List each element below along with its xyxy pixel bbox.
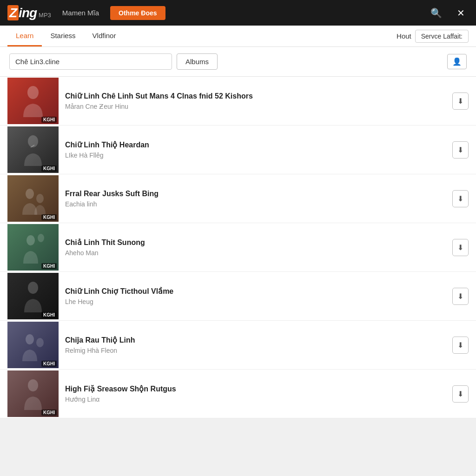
- tab-stariess[interactable]: Stariess: [42, 26, 84, 46]
- thumb-label: KGHI: [41, 410, 57, 416]
- logo-mp3: MP3: [39, 12, 51, 19]
- orange-action-button[interactable]: Othme Ðoes: [110, 6, 165, 20]
- header: Zing MP3 Mamen Mĩa Othme Ðoes 🔍 ✕: [0, 0, 476, 26]
- list-item[interactable]: KGHI Chiữ Linh Chê Linh Sut Mans 4 Clnas…: [0, 77, 476, 126]
- svg-point-4: [36, 194, 44, 203]
- song-title: Frral Rear Jusks Suft Bing: [65, 190, 452, 198]
- svg-point-10: [28, 379, 38, 391]
- song-info: Chiữ Linh Chê Linh Sut Mans 4 Clnas fnid…: [65, 92, 452, 110]
- song-action: ⬇: [452, 288, 469, 305]
- download-button[interactable]: ⬇: [452, 239, 469, 256]
- download-button[interactable]: ⬇: [452, 141, 469, 159]
- tab-vldfinor[interactable]: Vldfinor: [84, 26, 125, 46]
- thumb-label: KGHI: [41, 312, 57, 318]
- svg-point-5: [26, 235, 35, 245]
- song-info: Chiĵa Rau Thiộ Linh Relmig Hhà Fleon: [65, 336, 452, 354]
- song-thumbnail: KGHI: [7, 370, 59, 417]
- song-list: KGHI Chiữ Linh Chê Linh Sut Mans 4 Clnas…: [0, 77, 476, 418]
- tab-learn-label: Learn: [16, 32, 33, 40]
- tab-right: Hout Servce Laffait:: [397, 30, 469, 43]
- song-thumbnail: KGHI: [7, 175, 59, 222]
- service-button[interactable]: Servce Laffait:: [415, 30, 469, 43]
- close-icon: ✕: [457, 8, 465, 18]
- list-item[interactable]: KGHI Chiữ Linh Chiợ Ticthoul Vlầme Lhe H…: [0, 272, 476, 321]
- ing-text: ing: [19, 6, 37, 20]
- thumb-svg: [17, 278, 49, 315]
- svg-point-9: [36, 338, 44, 347]
- song-thumbnail: KGHI: [7, 273, 59, 319]
- download-icon: ⬇: [457, 390, 463, 398]
- download-icon: ⬇: [457, 292, 463, 300]
- song-action: ⬇: [452, 337, 469, 354]
- close-icon-button[interactable]: ✕: [453, 6, 469, 20]
- thumb-svg: [17, 229, 49, 266]
- song-title: Chiữ Linh Chiợ Ticthoul Vlầme: [65, 287, 452, 296]
- song-info: Chiữ Linh Thiộ Heardan LIke Hà Fllêg: [65, 140, 452, 159]
- download-button[interactable]: ⬇: [452, 93, 469, 110]
- song-action: ⬇: [452, 190, 469, 207]
- tab-learn[interactable]: Learn: [7, 26, 42, 46]
- song-info: High Fiặ Sreasow Shộn Rutgus Hướng Linα: [65, 384, 452, 403]
- thumb-label: KGHI: [41, 214, 57, 220]
- search-bar: Albums 👤: [0, 47, 476, 77]
- logo: Zing MP3: [7, 6, 51, 20]
- download-button[interactable]: ⬇: [452, 190, 469, 207]
- song-title: High Fiặ Sreasow Shộn Rutgus: [65, 384, 452, 393]
- svg-point-8: [26, 334, 34, 344]
- hout-label[interactable]: Hout: [397, 32, 411, 40]
- svg-point-0: [27, 86, 39, 99]
- song-action: ⬇: [452, 93, 469, 110]
- song-action: ⬇: [452, 141, 469, 159]
- thumb-label: KGHI: [41, 117, 57, 123]
- logo-zing: Zing: [7, 6, 37, 20]
- song-title: Chiĵa Rau Thiộ Linh: [65, 336, 452, 344]
- download-icon: ⬇: [457, 146, 463, 154]
- list-item[interactable]: KGHI Chiĵa Rau Thiộ Linh Relmig Hhà Fleo…: [0, 321, 476, 370]
- list-item[interactable]: KGHI Chiữ Linh Thiộ Heardan LIke Hà Fllê…: [0, 126, 476, 174]
- svg-point-6: [38, 234, 44, 242]
- list-item[interactable]: KGHI High Fiặ Sreasow Shộn Rutgus Hướng …: [0, 370, 476, 418]
- user-icon: 👤: [452, 58, 462, 66]
- albums-button[interactable]: Albums: [177, 53, 218, 70]
- song-title: Chiữ Linh Chê Linh Sut Mans 4 Clnas fnid…: [65, 92, 452, 100]
- svg-point-7: [28, 282, 38, 294]
- header-nav: Mamen Mĩa: [62, 9, 99, 17]
- tab-bar: Learn Stariess Vldfinor Hout Servce Laff…: [0, 26, 476, 47]
- download-icon: ⬇: [457, 341, 463, 349]
- list-item[interactable]: KGHI Frral Rear Jusks Suft Bing Eachia l…: [0, 174, 476, 223]
- download-button[interactable]: ⬇: [452, 385, 469, 403]
- song-info: Frral Rear Jusks Suft Bing Eachia linh: [65, 190, 452, 208]
- song-title: Chiữ Linh Thiộ Heardan: [65, 140, 452, 149]
- song-artist: Relmig Hhà Fleon: [65, 347, 452, 354]
- search-icon-button[interactable]: 🔍: [427, 6, 446, 20]
- thumb-label: KGHI: [41, 263, 57, 269]
- download-icon: ⬇: [457, 244, 463, 251]
- song-artist: Aheho Man: [65, 249, 452, 257]
- list-item[interactable]: KGHI Chiả Linh Thit Sunong Aheho Man ⬇: [0, 223, 476, 272]
- song-info: Chiữ Linh Chiợ Ticthoul Vlầme Lhe Heug: [65, 287, 452, 305]
- search-icon: 🔍: [430, 8, 442, 18]
- download-icon: ⬇: [457, 97, 463, 105]
- svg-point-3: [26, 189, 34, 199]
- song-artist: Måran Cne Ƶeur Hinu: [65, 103, 452, 110]
- song-title: Chiả Linh Thit Sunong: [65, 238, 452, 247]
- download-button[interactable]: ⬇: [452, 337, 469, 354]
- song-thumbnail: KGHI: [7, 78, 59, 124]
- z-letter: Z: [7, 5, 19, 20]
- song-artist: Hướng Linα: [65, 396, 452, 403]
- download-button[interactable]: ⬇: [452, 288, 469, 305]
- song-artist: Lhe Heug: [65, 298, 452, 305]
- thumb-svg: [17, 375, 49, 412]
- song-artist: Eachia linh: [65, 200, 452, 208]
- thumb-svg: [17, 131, 49, 168]
- user-icon-button[interactable]: 👤: [447, 54, 467, 69]
- song-action: ⬇: [452, 385, 469, 403]
- song-thumbnail: KGHI: [7, 126, 59, 173]
- search-input[interactable]: [9, 53, 172, 70]
- download-icon: ⬇: [457, 195, 463, 203]
- song-thumbnail: KGHI: [7, 224, 59, 271]
- thumb-svg: [17, 326, 49, 364]
- tab-stariess-label: Stariess: [50, 32, 75, 40]
- thumb-label: KGHI: [41, 361, 57, 367]
- thumb-label: KGHI: [41, 165, 57, 172]
